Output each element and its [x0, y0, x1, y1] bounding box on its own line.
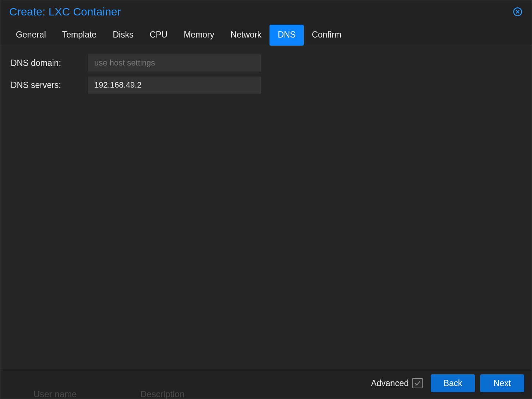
dns-panel: DNS domain: DNS servers: [0, 46, 532, 369]
advanced-label: Advanced [371, 378, 409, 388]
tab-template[interactable]: Template [54, 25, 105, 46]
dns-domain-input[interactable] [88, 54, 261, 71]
dns-domain-row: DNS domain: [11, 54, 521, 71]
create-lxc-dialog: Create: LXC Container General Template D… [0, 0, 532, 399]
tab-memory[interactable]: Memory [176, 25, 222, 46]
tab-general[interactable]: General [8, 25, 54, 46]
next-button[interactable]: Next [480, 374, 524, 392]
check-icon [414, 379, 421, 387]
back-button[interactable]: Back [431, 374, 475, 392]
tab-confirm[interactable]: Confirm [304, 25, 350, 46]
dialog-titlebar: Create: LXC Container [0, 0, 532, 25]
wizard-tabs: General Template Disks CPU Memory Networ… [0, 25, 532, 46]
dns-servers-label: DNS servers: [11, 80, 88, 90]
dialog-title: Create: LXC Container [9, 6, 121, 18]
dns-servers-input[interactable] [88, 77, 261, 93]
dialog-footer: Advanced Back Next [0, 369, 532, 399]
close-button[interactable] [512, 7, 523, 17]
advanced-toggle-wrap: Advanced [371, 378, 423, 388]
tab-dns[interactable]: DNS [269, 25, 304, 46]
close-icon [513, 7, 522, 17]
tab-network[interactable]: Network [222, 25, 269, 46]
tab-disks[interactable]: Disks [105, 25, 141, 46]
dns-servers-row: DNS servers: [11, 77, 521, 93]
advanced-checkbox[interactable] [412, 378, 423, 388]
tab-cpu[interactable]: CPU [141, 25, 176, 46]
dns-domain-label: DNS domain: [11, 58, 88, 68]
